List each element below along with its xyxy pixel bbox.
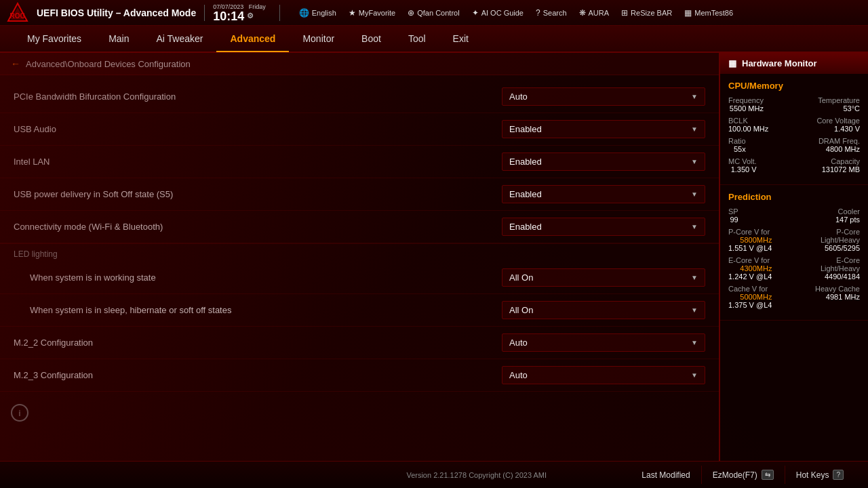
pcore-freq: 5800MHz [728, 236, 772, 244]
table-row: When system is in working state All On ▼ [0, 262, 719, 294]
dropdown-connectivity[interactable]: Enabled ▼ [502, 218, 705, 236]
hw-row-ratio: Ratio 55x DRAM Freq. 4800 MHz [728, 137, 860, 153]
nav-memtest[interactable]: ▦ MemTest86 [679, 6, 738, 20]
info-button[interactable]: i [11, 404, 28, 422]
chevron-down-icon: ▼ [691, 125, 698, 133]
tab-favorites[interactable]: My Favorites [14, 25, 95, 52]
temp-label: Temperature [818, 96, 860, 104]
setting-label-usb-power: USB power delivery in Soft Off state (S5… [14, 189, 502, 199]
hw-row-bclk: BCLK 100.00 MHz Core Voltage 1.430 V [728, 117, 860, 133]
cpu-memory-title: CPU/Memory [728, 81, 860, 91]
freq-label: Frequency [728, 96, 764, 104]
nav-resizebar[interactable]: ⊞ ReSize BAR [616, 6, 677, 20]
last-modified-button[interactable]: Last Modified [631, 466, 701, 484]
ratio-label: Ratio [728, 137, 746, 145]
app-title: UEFI BIOS Utility – Advanced Mode [37, 7, 196, 18]
dram-freq-value: 4800 MHz [818, 145, 860, 153]
chevron-down-icon: ▼ [691, 274, 698, 281]
setting-label-m2-2: M.2_2 Configuration [14, 338, 502, 348]
tab-boot[interactable]: Boot [348, 25, 395, 52]
qfan-icon: ⊕ [408, 8, 414, 18]
ecore-v-label: E-Core V for [728, 256, 772, 264]
dropdown-pcie[interactable]: Auto ▼ [502, 87, 705, 106]
bottom-actions: Last Modified EzMode(F7) ⇆ Hot Keys ? [631, 466, 854, 484]
temp-value: 53°C [818, 104, 860, 113]
dropdown-intel-lan[interactable]: Enabled ▼ [502, 152, 705, 171]
cache-freq: 5000MHz [728, 293, 772, 301]
heavy-cache-value: 4981 MHz [815, 293, 860, 301]
capacity-value: 131072 MB [822, 165, 860, 174]
table-row: USB Audio Enabled ▼ [0, 113, 719, 146]
hw-row-mc-volt: MC Volt. 1.350 V Capacity 131072 MB [728, 157, 860, 174]
nav-myfavorite[interactable]: ★ MyFavorite [343, 6, 401, 20]
settings-icon[interactable]: ⚙ [247, 12, 254, 20]
header-nav: 🌐 English ★ MyFavorite ⊕ Qfan Control ✦ … [294, 6, 738, 20]
nav-aioc[interactable]: ✦ AI OC Guide [467, 6, 529, 20]
setting-label-usb-audio: USB Audio [14, 124, 502, 134]
chevron-down-icon: ▼ [691, 158, 698, 165]
chevron-down-icon: ▼ [691, 93, 698, 100]
prediction-section: Prediction SP 99 Cooler 147 pts P-Core V… [720, 185, 868, 321]
tab-aitweaker[interactable]: Ai Tweaker [142, 25, 216, 52]
ecore-lh-label: E-Core [821, 256, 860, 264]
dropdown-m2-3[interactable]: Auto ▼ [502, 366, 705, 384]
breadcrumb: ← Advanced\Onboard Devices Configuration [0, 53, 719, 75]
core-voltage-label: Core Voltage [816, 117, 860, 125]
dropdown-usb-audio[interactable]: Enabled ▼ [502, 120, 705, 138]
mc-volt-value: 1.350 V [728, 165, 757, 174]
pcore-v-label: P-Core V for [728, 228, 772, 236]
ratio-value: 55x [728, 145, 746, 153]
cache-v-value: 1.375 V @L4 [728, 301, 772, 309]
freq-value: 5500 MHz [728, 104, 764, 113]
nav-search[interactable]: ? Search [530, 6, 572, 20]
ai-icon: ✦ [472, 8, 479, 18]
info-container: i [0, 397, 719, 428]
tab-tool[interactable]: Tool [395, 25, 439, 52]
nav-aura[interactable]: ❋ AURA [574, 6, 615, 20]
dropdown-usb-power[interactable]: Enabled ▼ [502, 185, 705, 203]
monitor-icon: ▦ [728, 58, 736, 68]
pcore-lh-value: 5605/5295 [821, 244, 860, 252]
tab-exit[interactable]: Exit [439, 25, 482, 52]
chevron-down-icon: ▼ [691, 339, 698, 346]
tab-main[interactable]: Main [95, 25, 142, 52]
core-voltage-value: 1.430 V [816, 125, 860, 133]
resizebar-icon: ⊞ [621, 8, 628, 18]
pcore-v-value: 1.551 V @L4 [728, 244, 772, 252]
main-nav: My Favorites Main Ai Tweaker Advanced Mo… [0, 26, 868, 53]
ecore-freq: 4300MHz [728, 264, 772, 272]
table-row: When system is in sleep, hibernate or so… [0, 294, 719, 327]
memtest-icon: ▦ [684, 8, 692, 18]
chevron-down-icon: ▼ [691, 306, 698, 314]
setting-label-led-working: When system is in working state [14, 272, 502, 283]
nav-qfan[interactable]: ⊕ Qfan Control [402, 6, 465, 20]
pred-row-pcore: P-Core V for 5800MHz 1.551 V @L4 P-Core … [728, 228, 860, 252]
ezmode-button[interactable]: EzMode(F7) ⇆ [701, 466, 785, 484]
tab-advanced[interactable]: Advanced [216, 25, 289, 52]
back-arrow-icon[interactable]: ← [11, 58, 20, 69]
date-display: 07/07/2023 Friday [213, 3, 266, 10]
header-divider [204, 5, 205, 21]
chevron-down-icon: ▼ [691, 190, 698, 198]
hw-row-frequency: Frequency 5500 MHz Temperature 53°C [728, 96, 860, 113]
nav-language[interactable]: 🌐 English [294, 6, 342, 20]
settings-list: PCIe Bandwidth Bifurcation Configuration… [0, 75, 719, 397]
dropdown-m2-2[interactable]: Auto ▼ [502, 333, 705, 352]
sp-label: SP [728, 207, 738, 216]
dropdown-led-sleep[interactable]: All On ▼ [502, 301, 705, 319]
bclk-value: 100.00 MHz [728, 125, 768, 133]
bottom-bar: Version 2.21.1278 Copyright (C) 2023 AMI… [0, 461, 868, 488]
ecore-v-value: 1.242 V @L4 [728, 272, 772, 281]
dropdown-led-working[interactable]: All On ▼ [502, 268, 705, 287]
table-row: Connectivity mode (Wi-Fi & Bluetooth) En… [0, 211, 719, 243]
time-display: 10:14 ⚙ [213, 10, 266, 22]
setting-label-m2-3: M.2_3 Configuration [14, 370, 502, 380]
pcore-lh-label: P-Core [821, 228, 860, 236]
capacity-label: Capacity [822, 157, 860, 165]
table-row: USB power delivery in Soft Off state (S5… [0, 178, 719, 211]
tab-monitor[interactable]: Monitor [289, 25, 348, 52]
language-icon: 🌐 [299, 8, 309, 18]
hotkeys-button[interactable]: Hot Keys ? [785, 466, 854, 484]
table-row: M.2_3 Configuration Auto ▼ [0, 359, 719, 392]
table-row: M.2_2 Configuration Auto ▼ [0, 327, 719, 359]
